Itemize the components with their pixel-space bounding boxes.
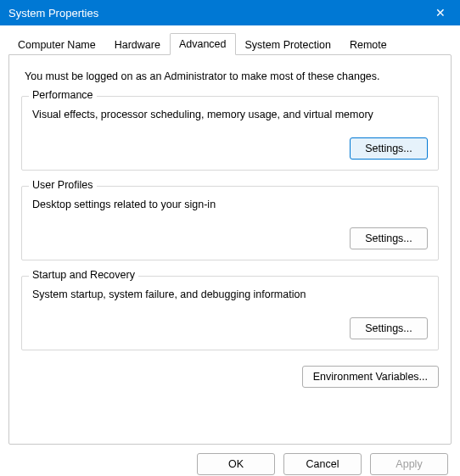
tab-strip: Computer Name Hardware Advanced System P…: [0, 25, 460, 54]
tab-system-protection[interactable]: System Protection: [236, 34, 340, 55]
titlebar[interactable]: System Properties ✕: [0, 0, 460, 25]
startup-recovery-settings-button[interactable]: Settings...: [350, 317, 428, 339]
groupbox-user-profiles-title: User Profiles: [29, 179, 97, 191]
tab-advanced[interactable]: Advanced: [170, 33, 236, 55]
groupbox-startup-recovery: Startup and Recovery System startup, sys…: [21, 276, 439, 350]
dialog-buttons: OK Cancel Apply: [0, 453, 460, 476]
admin-note: You must be logged on as an Administrato…: [21, 70, 439, 82]
window-title: System Properties: [8, 7, 98, 20]
performance-settings-button[interactable]: Settings...: [350, 137, 428, 160]
close-icon: ✕: [435, 6, 446, 20]
groupbox-performance: Performance Visual effects, processor sc…: [21, 96, 439, 171]
tab-remote[interactable]: Remote: [340, 34, 396, 55]
groupbox-user-profiles-desc: Desktop settings related to your sign-in: [32, 199, 428, 210]
tab-hardware[interactable]: Hardware: [105, 34, 170, 55]
groupbox-user-profiles: User Profiles Desktop settings related t…: [21, 186, 439, 260]
groupbox-performance-title: Performance: [29, 89, 97, 101]
cancel-button[interactable]: Cancel: [283, 453, 362, 475]
user-profiles-settings-button[interactable]: Settings...: [350, 227, 428, 249]
close-button[interactable]: ✕: [421, 0, 460, 25]
ok-button[interactable]: OK: [197, 453, 275, 475]
tab-content-advanced: You must be logged on as an Administrato…: [8, 54, 452, 445]
groupbox-performance-desc: Visual effects, processor scheduling, me…: [32, 109, 428, 120]
environment-variables-button[interactable]: Environment Variables...: [302, 366, 439, 388]
apply-button[interactable]: Apply: [370, 453, 448, 475]
groupbox-startup-recovery-desc: System startup, system failure, and debu…: [32, 288, 428, 300]
tab-computer-name[interactable]: Computer Name: [8, 34, 105, 55]
groupbox-startup-recovery-title: Startup and Recovery: [29, 269, 138, 281]
